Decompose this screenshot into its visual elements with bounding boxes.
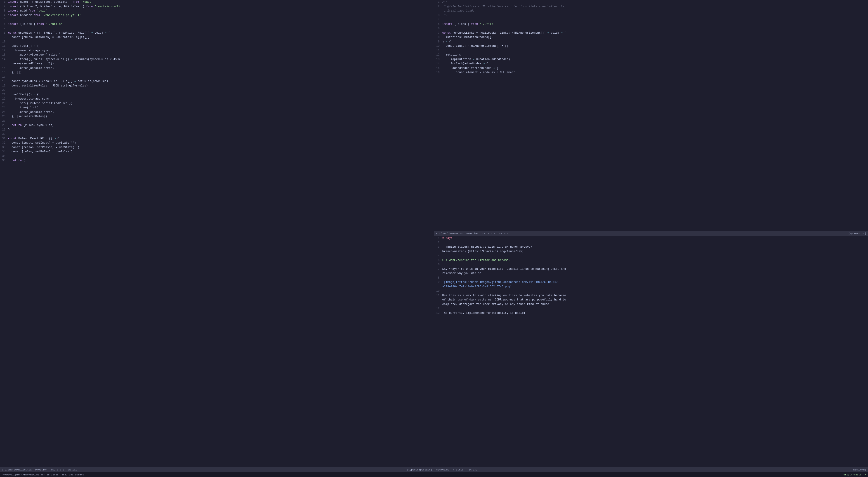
line-number (434, 298, 441, 302)
line-number: 14 (434, 62, 441, 66)
code-line: 18 const syncRules = (newRules: Rule[]) … (0, 79, 434, 84)
line-content: const serializedRules = JSON.stringify(r… (7, 84, 434, 88)
code-line: 4 (434, 18, 868, 22)
line-number: 24 (0, 106, 7, 110)
code-line: 9) ⇒ { (434, 40, 868, 44)
line-content: import uuid from 'uuid' (7, 9, 434, 13)
right-bottom-status-formatter: Prettier (453, 469, 465, 471)
line-number: 22 (0, 97, 7, 101)
left-status-lang: [typescriptreact] (407, 469, 432, 471)
right-bottom-code-lines: 1# Nay!23[![Build_Status](https://travis… (434, 236, 868, 467)
line-content: } (7, 128, 434, 132)
right-top-status-lang: [typescript] (848, 232, 866, 235)
line-number (434, 271, 441, 276)
line-content: .forEach(addedNodes ⇒ { (441, 62, 868, 66)
git-check-icon: ✔ (865, 473, 866, 476)
code-line: 9![image](https://user-images.githubuser… (434, 280, 868, 285)
right-top-code-area[interactable]: 1/**2 * @file Initializes a `MutationObs… (434, 0, 868, 231)
line-number: 6 (434, 26, 441, 31)
left-code-lines: 1import React, { useEffect, useState } f… (0, 0, 434, 467)
line-content: useEffect(() ⇒ { (7, 44, 434, 48)
line-content (7, 119, 434, 124)
line-number: 9 (434, 280, 441, 285)
line-number: 35 (0, 154, 7, 159)
left-status-pos: 0% 1:1 (68, 469, 77, 471)
code-line: 2 * @file Initializes a `MutationObserve… (434, 4, 868, 9)
line-number: 12 (0, 48, 7, 53)
code-line: 5> A WebExtension for Firefox and Chrome… (434, 258, 868, 263)
code-line: 12 mutations (434, 53, 868, 57)
code-line: branch=master)](https://travis-ci.org/fn… (434, 249, 868, 254)
line-number: 17 (0, 75, 7, 79)
line-number: 29 (0, 128, 7, 132)
line-number: 8 (434, 35, 441, 40)
right-bottom-code-area[interactable]: 1# Nay!23[![Build_Status](https://travis… (434, 236, 868, 467)
code-line: 8 mutations: MutationRecord[], (434, 35, 868, 40)
line-content: }, []) (7, 70, 434, 75)
line-content: remember why you did so. (441, 271, 868, 276)
editor-container: 1import React, { useEffect, useState } f… (0, 0, 868, 472)
line-content: branch=master)](https://travis-ci.org/fn… (441, 249, 868, 254)
line-content (441, 18, 868, 22)
line-content (441, 289, 868, 294)
line-content: const [rules, setRules] = useRules() (7, 150, 434, 154)
code-line: 2 (434, 241, 868, 245)
code-line: 25 .catch(console.error) (0, 110, 434, 115)
line-number: 2 (434, 241, 441, 245)
code-line: 11 (434, 48, 868, 53)
code-line: 14 .forEach(addedNodes ⇒ { (434, 62, 868, 66)
bottom-message: "~/Development/nay/README.md" 58 lines, … (2, 473, 844, 476)
code-line: 13 .map(mutation ⇒ mutation.addedNodes) (434, 57, 868, 62)
code-line: a299ef80-b7e2-11e9-9f95-3e915f2c57a6.png… (434, 285, 868, 289)
line-number: 20 (0, 88, 7, 93)
line-number (434, 302, 441, 307)
line-content: .catch(console.error) (7, 110, 434, 115)
line-content: import { block } from './utils' (441, 22, 868, 27)
right-top-status-tsc: TSC 3.7.3 (482, 232, 495, 235)
line-number: 27 (0, 119, 7, 124)
line-number: 4 (434, 18, 441, 22)
line-number: 8 (0, 31, 7, 35)
code-line: 4 (434, 254, 868, 258)
line-number: 6 (434, 263, 441, 267)
line-content (441, 26, 868, 31)
line-content: mutations (441, 53, 868, 57)
line-content (7, 40, 434, 44)
code-line: 12 (434, 307, 868, 311)
line-content: addedNodes.forEach(node ⇒ { (441, 66, 868, 71)
line-number: 16 (434, 70, 441, 75)
left-status-bar: src/shared/Rules.tsx Prettier TSC 3.7.3 … (0, 467, 434, 472)
code-line: 12 browser.storage.sync (0, 48, 434, 53)
code-line: 10 (434, 289, 868, 294)
code-line: 10 const links: HTMLAnchorElement[] = [] (434, 44, 868, 48)
line-number: 28 (0, 123, 7, 128)
line-number: 10 (0, 40, 7, 44)
line-number: 4 (0, 13, 7, 18)
line-content: return [rules, syncRules] (7, 123, 434, 128)
line-content: const useRules = (): [Rule[], (newRules:… (7, 31, 434, 35)
line-number: 13 (434, 311, 441, 316)
code-line: 16 const element = node as HTMLElement (434, 70, 868, 75)
line-content (441, 48, 868, 53)
code-line: 36 return ( (0, 159, 434, 163)
line-number: 18 (0, 79, 7, 84)
code-line: 35 (0, 154, 434, 159)
line-number: 15 (434, 66, 441, 71)
line-number: 11 (0, 44, 7, 48)
line-content: mutations: MutationRecord[], (441, 35, 868, 40)
line-number: 25 (0, 110, 7, 115)
line-content: browser.storage.sync (7, 97, 434, 101)
code-line: 10 (0, 40, 434, 44)
line-number: 13 (434, 57, 441, 62)
line-content: The currently implemented functionality … (441, 311, 868, 316)
line-content (441, 254, 868, 258)
code-line: 5import { block } from './utils' (434, 22, 868, 27)
left-code-area[interactable]: 1import React, { useEffect, useState } f… (0, 0, 434, 467)
line-number: 10 (434, 44, 441, 48)
right-pane: 1/**2 * @file Initializes a `MutationObs… (434, 0, 868, 472)
line-number: 7 (434, 31, 441, 35)
git-branch: origin/master (844, 473, 863, 476)
code-line: 27 (0, 119, 434, 124)
line-content (7, 75, 434, 79)
line-number: 9 (0, 35, 7, 40)
